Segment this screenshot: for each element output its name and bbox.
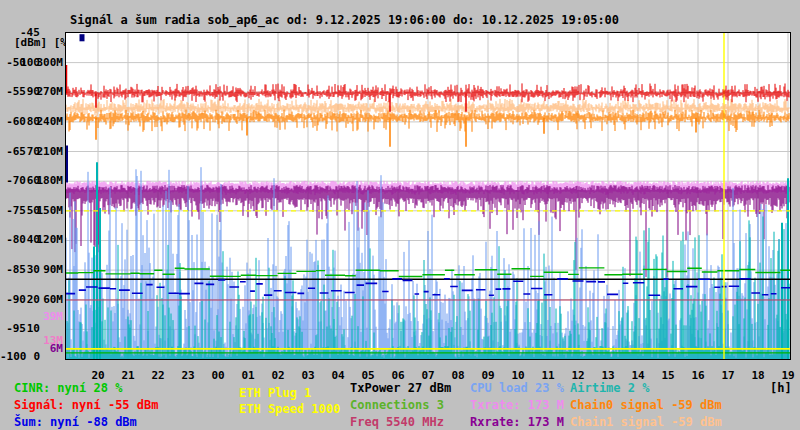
legend-cpu-load: CPU load 23 % [470, 382, 564, 395]
y-label-mbit: 150M [34, 205, 63, 217]
x-label-hour: 18 [748, 370, 768, 382]
x-label-hour: 17 [718, 370, 738, 382]
y-label-mbit: 240M [34, 116, 63, 128]
x-label-hour: 02 [268, 370, 288, 382]
y-label-mbit: 210M [34, 146, 63, 158]
y-label-mbit: 120M [34, 234, 63, 246]
legend-signal: Signál: nyní -55 dBm [14, 399, 159, 412]
legend-txrate: Txrate: 173 M [470, 399, 564, 412]
legend-txpower: TxPower 27 dBm [350, 382, 451, 395]
legend-freq: Freq 5540 MHz [350, 416, 444, 429]
legend-connections: Connections 3 [350, 399, 444, 412]
x-label-hour: 15 [658, 370, 678, 382]
legend-noise: Šum: nyní -88 dBm [14, 416, 137, 429]
graph-canvas [66, 33, 790, 359]
legend-eth-plug: ETH Plug 1 [239, 387, 311, 400]
y-label-special: 39M [34, 311, 63, 323]
x-label-hour: 22 [148, 370, 168, 382]
x-label-hour: 08 [448, 370, 468, 382]
y-label-mbit: 90M [34, 264, 63, 276]
x-label-hour: 04 [328, 370, 348, 382]
monitoring-graph-page: { "title": "Signál a šum radia sob_ap6_a… [0, 0, 800, 430]
y-label-mbit: 270M [34, 86, 63, 98]
legend-rxrate: Rxrate: 173 M [470, 416, 564, 429]
y-label-special: 6M [34, 343, 63, 355]
x-label-hour: 16 [688, 370, 708, 382]
legend-eth-speed: ETH Speed 1000 [239, 403, 340, 416]
y-label-mbit: 180M [34, 175, 63, 187]
legend-chain1: Chain1 signal -59 dBm [570, 416, 722, 429]
x-label-hour: 01 [238, 370, 258, 382]
legend-hour-unit: [h] [770, 382, 792, 395]
y-label-mbit: 300M [34, 57, 63, 69]
legend-airtime: Airtime 2 % [570, 382, 649, 395]
x-label-hour: 00 [208, 370, 228, 382]
x-label-hour: 23 [178, 370, 198, 382]
legend-chain0: Chain0 signal -59 dBm [570, 399, 722, 412]
chart-title: Signál a šum radia sob_ap6_ac od: 9.12.2… [70, 13, 619, 27]
legend-cinr: CINR: nyní 28 % [14, 382, 122, 395]
plot-area [65, 32, 791, 360]
x-label-hour: 03 [298, 370, 318, 382]
y-label-pct: 10 [20, 323, 40, 335]
y-label-mbit: 60M [34, 294, 63, 306]
